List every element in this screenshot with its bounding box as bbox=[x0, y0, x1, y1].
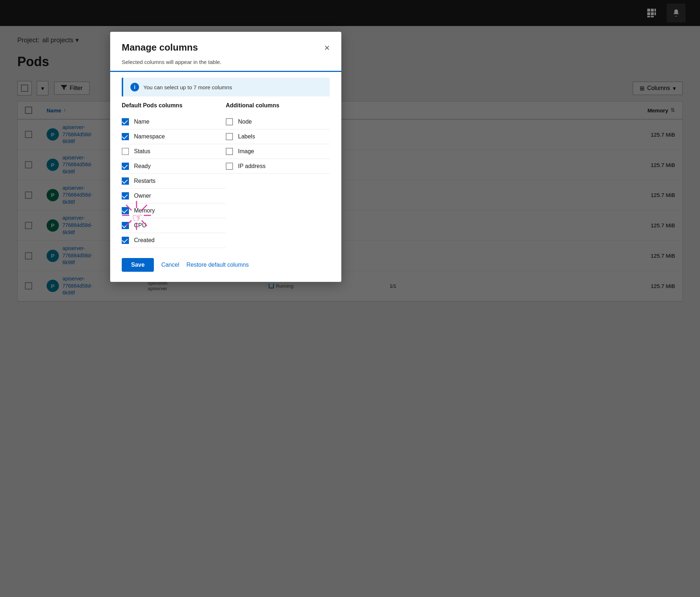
col-label-created: Created bbox=[134, 237, 155, 244]
default-group-title: Default Pods columns bbox=[122, 102, 226, 109]
col-checkbox-restarts[interactable] bbox=[122, 177, 129, 185]
col-item-namespace[interactable]: Namespace bbox=[122, 129, 226, 144]
col-checkbox-owner[interactable] bbox=[122, 192, 129, 199]
modal-title: Manage columns bbox=[122, 42, 198, 53]
col-checkbox-ip[interactable] bbox=[226, 163, 233, 170]
col-label-name: Name bbox=[134, 119, 150, 125]
col-item-created[interactable]: Created bbox=[122, 233, 226, 248]
col-item-ip[interactable]: IP address bbox=[226, 159, 330, 174]
modal-divider bbox=[110, 71, 341, 72]
col-label-ready: Ready bbox=[134, 163, 151, 169]
col-item-ready[interactable]: Ready bbox=[122, 159, 226, 174]
save-button[interactable]: Save bbox=[122, 258, 154, 272]
col-label-labels: Labels bbox=[238, 133, 255, 140]
col-checkbox-name[interactable] bbox=[122, 118, 129, 125]
col-label-namespace: Namespace bbox=[134, 133, 165, 140]
modal-header: Manage columns × bbox=[110, 32, 341, 59]
col-item-memory[interactable]: Memory bbox=[122, 203, 226, 218]
col-item-name[interactable]: Name bbox=[122, 115, 226, 129]
modal-overlay[interactable] bbox=[0, 0, 700, 597]
col-checkbox-namespace[interactable] bbox=[122, 133, 129, 140]
col-checkbox-status[interactable] bbox=[122, 148, 129, 155]
col-item-labels[interactable]: Labels bbox=[226, 129, 330, 144]
col-label-memory: Memory bbox=[134, 207, 155, 214]
col-checkbox-labels[interactable] bbox=[226, 133, 233, 140]
info-banner: i You can select up to 7 more columns bbox=[122, 78, 330, 96]
restore-default-button[interactable]: Restore default columns bbox=[186, 262, 249, 268]
col-label-cpu: CPU bbox=[134, 222, 146, 229]
col-checkbox-created[interactable] bbox=[122, 237, 129, 244]
col-item-node[interactable]: Node bbox=[226, 115, 330, 129]
col-label-restarts: Restarts bbox=[134, 178, 156, 184]
col-checkbox-memory[interactable] bbox=[122, 207, 129, 214]
col-item-status[interactable]: Status bbox=[122, 144, 226, 159]
col-label-image: Image bbox=[238, 148, 254, 155]
col-checkbox-ready[interactable] bbox=[122, 163, 129, 170]
modal-footer: Save Cancel Restore default columns bbox=[110, 248, 341, 282]
col-item-owner[interactable]: Owner bbox=[122, 189, 226, 203]
additional-group-title: Additional columns bbox=[226, 102, 330, 109]
info-banner-text: You can select up to 7 more columns bbox=[143, 84, 232, 90]
col-checkbox-node[interactable] bbox=[226, 118, 233, 125]
additional-columns-group: Additional columns Node Labels Image IP … bbox=[226, 102, 330, 248]
col-checkbox-cpu[interactable] bbox=[122, 222, 129, 229]
col-item-image[interactable]: Image bbox=[226, 144, 330, 159]
col-label-ip: IP address bbox=[238, 163, 265, 169]
manage-columns-modal: Manage columns × Selected columns will a… bbox=[110, 32, 341, 282]
default-columns-group: Default Pods columns Name Namespace Stat… bbox=[122, 102, 226, 248]
modal-subtitle: Selected columns will appear in the tabl… bbox=[110, 59, 341, 71]
modal-close-button[interactable]: × bbox=[324, 43, 330, 52]
col-label-status: Status bbox=[134, 148, 150, 155]
cancel-button[interactable]: Cancel bbox=[161, 262, 179, 268]
info-icon: i bbox=[130, 83, 139, 91]
col-item-restarts[interactable]: Restarts bbox=[122, 174, 226, 189]
col-label-node: Node bbox=[238, 119, 252, 125]
col-item-cpu[interactable]: CPU bbox=[122, 218, 226, 233]
columns-section: Default Pods columns Name Namespace Stat… bbox=[110, 102, 341, 248]
col-label-owner: Owner bbox=[134, 193, 151, 199]
col-checkbox-image[interactable] bbox=[226, 148, 233, 155]
